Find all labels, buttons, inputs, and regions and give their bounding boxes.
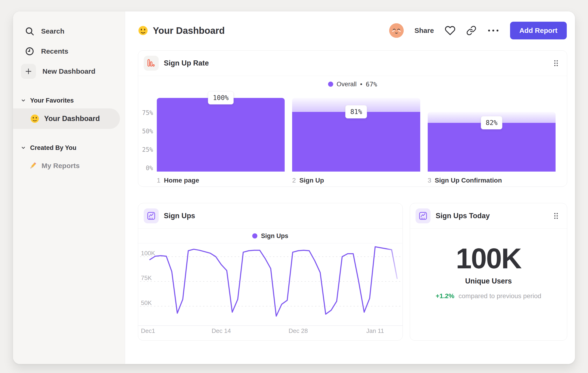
page-header: Your Dashboard Share Add Report <box>138 21 567 40</box>
metric-body: 100K Unique Users +1.2% compared to prev… <box>410 229 567 340</box>
funnel-step-label: 3Sign Up Confirmation <box>428 177 556 184</box>
funnel-column[interactable]: 82% <box>428 98 556 171</box>
card-header: Sign Up Rate <box>138 50 567 76</box>
line-x-tick-label: Dec1 <box>141 327 155 334</box>
sidebar-section-label: Your Favorites <box>30 97 74 104</box>
legend-series-name: Overall <box>337 81 357 88</box>
sidebar-item-label: New Dashboard <box>42 67 95 75</box>
legend-series-name: Sign Ups <box>261 232 288 240</box>
copy-link-icon[interactable] <box>466 25 476 36</box>
legend-dot-icon <box>252 233 257 239</box>
metric-delta-row: +1.2% compared to previous period <box>436 292 541 300</box>
search-icon <box>25 26 34 36</box>
card-title: Sign Up Rate <box>164 59 209 67</box>
drag-handle-icon[interactable] <box>554 60 558 67</box>
sidebar-item-search[interactable]: Search <box>13 21 125 41</box>
smiley-emoji-icon <box>138 25 148 36</box>
line-chart-icon <box>416 208 430 223</box>
line-chart-svg <box>138 243 403 326</box>
sidebar: Search Recents New Dashboard Your Favori… <box>13 11 125 364</box>
clock-icon <box>25 46 34 56</box>
page-title-text: Your Dashboard <box>153 25 225 36</box>
funnel-column[interactable]: 100% <box>157 98 285 171</box>
user-avatar[interactable] <box>389 23 404 38</box>
drag-handle-icon[interactable] <box>554 212 558 219</box>
favorite-heart-icon[interactable] <box>445 25 455 36</box>
line-x-tick-label: Jan 11 <box>366 327 384 334</box>
funnel-legend: Overall • 67% <box>138 76 567 92</box>
line-x-axis: Dec1Dec 14Dec 28Jan 11 <box>138 327 402 337</box>
funnel-step-label: 2Sign Up <box>292 177 420 184</box>
funnel-plot: 75%50%25%0% 100%81%82% <box>138 98 556 171</box>
line-chart-icon <box>144 208 159 223</box>
sidebar-item-label: Recents <box>41 47 68 55</box>
page-title: Your Dashboard <box>138 25 225 36</box>
funnel-step-name: Home page <box>164 177 199 184</box>
funnel-step-number: 1 <box>157 177 160 184</box>
app-window: Search Recents New Dashboard Your Favori… <box>13 11 575 364</box>
delta-note: compared to previous period <box>459 292 541 300</box>
funnel-step-number: 2 <box>292 177 296 184</box>
sign-ups-today-card: Sign Ups Today 100K Unique Users +1.2% c… <box>410 203 567 341</box>
sidebar-item-new-dashboard[interactable]: New Dashboard <box>13 61 125 81</box>
funnel-step-labels: 1Home page2Sign Up3Sign Up Confirmation <box>157 177 556 184</box>
share-button[interactable]: Share <box>414 27 434 34</box>
line-legend: Sign Ups <box>138 229 402 243</box>
funnel-step-name: Sign Up <box>299 177 324 184</box>
more-options-icon[interactable] <box>487 29 499 33</box>
funnel-bar <box>292 112 420 171</box>
legend-dot-icon <box>328 81 333 87</box>
card-header: Sign Ups Today <box>410 203 567 229</box>
metric-label: Unique Users <box>465 277 512 285</box>
funnel-bars: 100%81%82% <box>157 98 556 171</box>
sidebar-item-my-reports[interactable]: My Reports <box>13 156 125 175</box>
bar-chart-icon <box>144 56 159 71</box>
sidebar-section-created-by-you[interactable]: Created By You <box>13 141 125 155</box>
add-report-button[interactable]: Add Report <box>510 22 567 40</box>
card-title: Sign Ups Today <box>436 212 490 220</box>
funnel-y-tick-label: 25% <box>138 146 153 153</box>
legend-value: 67% <box>366 81 377 88</box>
funnel-bar <box>428 123 556 171</box>
funnel-step-name: Sign Up Confirmation <box>435 177 502 184</box>
sign-ups-card: Sign Ups Sign Ups 100K75K50K Dec1Dec 14D… <box>138 203 403 341</box>
funnel-column[interactable]: 81% <box>292 98 420 171</box>
funnel-value-label: 100% <box>208 91 233 104</box>
main-content: Your Dashboard Share Add Report <box>125 11 575 364</box>
chevron-down-icon <box>21 98 26 103</box>
line-x-tick-label: Dec 28 <box>289 327 308 334</box>
funnel-bar <box>157 98 285 171</box>
funnel-value-label: 81% <box>345 105 367 118</box>
funnel-y-tick-label: 75% <box>138 109 153 116</box>
legend-separator: • <box>360 81 362 88</box>
sidebar-item-your-dashboard[interactable]: Your Dashboard <box>13 108 120 129</box>
sidebar-section-your-favorites[interactable]: Your Favorites <box>13 93 125 108</box>
line-x-tick-label: Dec 14 <box>212 327 231 334</box>
funnel-y-tick-label: 50% <box>138 128 153 135</box>
sidebar-item-recents[interactable]: Recents <box>13 41 125 61</box>
chevron-down-icon <box>21 145 26 150</box>
signups-line-faded <box>386 249 397 279</box>
funnel-y-tick-label: 0% <box>138 165 153 171</box>
funnel-y-axis: 75%50%25%0% <box>138 98 153 171</box>
funnel-step-number: 3 <box>428 177 431 184</box>
sidebar-item-label: Your Dashboard <box>44 114 100 123</box>
header-actions: Share Add Report <box>389 22 567 40</box>
card-header: Sign Ups <box>138 203 402 229</box>
smiley-emoji-icon <box>30 114 39 123</box>
plus-icon <box>21 64 36 79</box>
line-plot: 100K75K50K <box>138 243 403 326</box>
metric-value: 100K <box>456 242 521 276</box>
sign-up-rate-card: Sign Up Rate Overall • 67% 75%50%25%0% 1… <box>138 50 567 187</box>
funnel-step-label: 1Home page <box>157 177 285 184</box>
sidebar-section-label: Created By You <box>30 144 76 151</box>
pencil-emoji-icon <box>29 161 37 170</box>
sidebar-item-label: Search <box>41 27 64 35</box>
card-title: Sign Ups <box>164 212 195 220</box>
sidebar-item-label: My Reports <box>42 162 80 170</box>
delta-value: +1.2% <box>436 292 454 300</box>
funnel-value-label: 82% <box>481 116 503 129</box>
